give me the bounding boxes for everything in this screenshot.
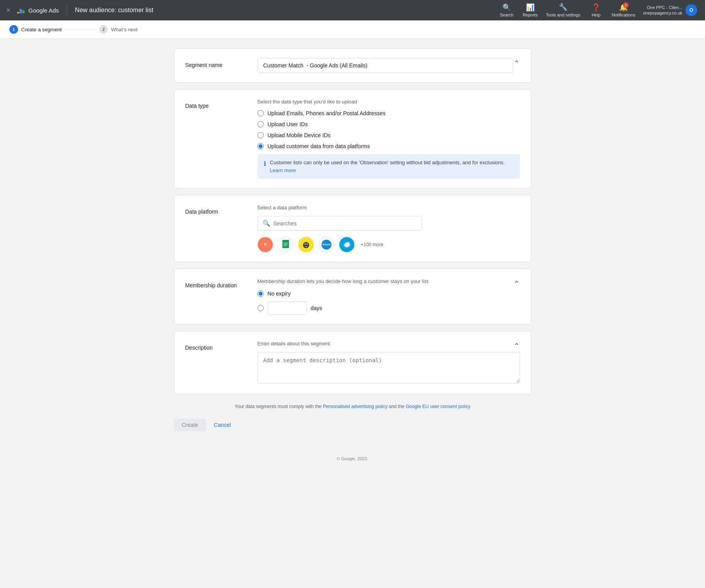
platform-sheets-button[interactable]	[278, 237, 294, 252]
app-name: Google Ads	[29, 7, 59, 14]
platform-more-badge[interactable]: +100 more	[359, 239, 385, 250]
account-text: One PPC - Clien... onepcpagency.co.uk	[643, 5, 682, 16]
help-nav-label: Help	[592, 13, 601, 17]
radio-mobile-label: Upload Mobile Device IDs	[268, 132, 331, 138]
svg-point-11	[304, 243, 305, 245]
stepper-bar: 1 Create a segment 2 What's next	[0, 20, 705, 39]
data-type-card: Data type Select the data type that you'…	[174, 89, 531, 189]
membership-duration-label: Membership duration	[185, 278, 248, 289]
radio-option-noexpiry[interactable]: No expiry	[257, 290, 513, 297]
radio-userids[interactable]	[257, 121, 264, 127]
reports-nav-button[interactable]: 📊 Reports	[519, 2, 541, 19]
reports-nav-label: Reports	[523, 13, 538, 17]
page-title: New audience: customer list	[75, 7, 153, 14]
segment-name-content: ⌃	[257, 58, 520, 73]
membership-duration-content: Membership duration lets you decide how …	[257, 278, 520, 315]
svg-rect-7	[283, 243, 288, 243]
radio-custom-days[interactable]	[257, 305, 264, 311]
svg-point-12	[306, 243, 307, 245]
description-collapse-button[interactable]: ⌃	[513, 341, 520, 351]
tools-nav-button[interactable]: 🔧 Tools and settings	[543, 1, 584, 19]
search-nav-label: Search	[500, 13, 513, 17]
segment-name-label: Segment name	[185, 58, 248, 68]
svg-rect-3	[22, 10, 24, 13]
create-button[interactable]: Create	[174, 419, 206, 431]
footer-policy-text: Your data segments must comply with the	[235, 404, 322, 409]
personalised-advertising-policy-link[interactable]: Personalised advertising policy	[323, 404, 388, 409]
description-subtitle: Enter details about this segment	[257, 341, 330, 347]
segment-name-collapse-button[interactable]: ⌃	[513, 59, 520, 68]
svg-text:Azure: Azure	[322, 243, 331, 246]
radio-mobile[interactable]	[257, 132, 264, 138]
step-2[interactable]: 2 What's next	[99, 25, 138, 34]
description-content: Enter details about this segment ⌃	[257, 341, 520, 385]
platform-mailchimp-button[interactable]	[298, 237, 314, 252]
help-nav-button[interactable]: ❓ Help	[585, 2, 607, 19]
radio-option-mobile[interactable]: Upload Mobile Device IDs	[257, 132, 520, 138]
google-footer: © Google, 2023.	[0, 450, 705, 467]
account-url: onepcpagency.co.uk	[643, 10, 682, 16]
step-1-circle: 1	[9, 25, 18, 34]
nav-actions: 🔍 Search 📊 Reports 🔧 Tools and settings …	[496, 1, 700, 19]
step-1-label: Create a segment	[21, 27, 62, 33]
platform-search-input[interactable]	[274, 220, 417, 227]
data-type-subtitle: Select the data type that you'd like to …	[257, 99, 520, 105]
days-label: days	[311, 305, 323, 311]
membership-collapse-button[interactable]: ⌃	[513, 279, 520, 289]
radio-option-emails[interactable]: Upload Emails, Phones and/or Postal Addr…	[257, 110, 520, 116]
svg-rect-1	[17, 12, 19, 14]
days-input-row: days	[257, 301, 513, 315]
notifications-nav-label: Notifications	[612, 13, 635, 17]
membership-subtitle: Membership duration lets you decide how …	[257, 278, 513, 284]
platform-azure-button[interactable]: Azure	[319, 237, 334, 252]
search-nav-button[interactable]: 🔍 Search	[496, 2, 518, 19]
close-button[interactable]: ×	[5, 5, 12, 16]
platform-subtitle: Select a data platform	[257, 205, 520, 211]
step-2-circle: 2	[99, 25, 108, 34]
days-input-field[interactable]	[268, 301, 307, 315]
svg-rect-8	[283, 244, 288, 245]
svg-rect-2	[20, 9, 22, 13]
radio-emails-label: Upload Emails, Phones and/or Postal Addr…	[268, 110, 386, 116]
account-menu-button[interactable]: One PPC - Clien... onepcpagency.co.uk O	[640, 3, 700, 18]
radio-platform[interactable]	[257, 143, 264, 149]
learn-more-link[interactable]: Learn more	[270, 167, 296, 173]
step-connector	[65, 29, 96, 30]
radio-userids-label: Upload User IDs	[268, 121, 308, 127]
footer-and-text2: and the	[389, 404, 404, 409]
top-navigation: × Google Ads New audience: customer list…	[0, 0, 705, 20]
segment-name-input[interactable]	[257, 58, 513, 73]
cancel-button[interactable]: Cancel	[212, 419, 233, 431]
radio-option-userids[interactable]: Upload User IDs	[257, 121, 520, 127]
description-textarea[interactable]	[257, 352, 520, 383]
data-type-content: Select the data type that you'd like to …	[257, 99, 520, 179]
info-icon: ℹ	[264, 159, 266, 169]
radio-option-platform[interactable]: Upload customer data from data platforms	[257, 143, 520, 149]
platform-icons-row: H	[257, 237, 520, 252]
data-platform-label: Data platform	[185, 205, 248, 215]
radio-noexpiry[interactable]	[257, 290, 264, 297]
eu-consent-policy-link[interactable]: Google EU user consent policy	[406, 404, 470, 409]
segment-name-card: Segment name ⌃	[174, 48, 531, 83]
radio-noexpiry-label: No expiry	[268, 290, 291, 297]
svg-text:H: H	[264, 242, 266, 246]
notifications-nav-button[interactable]: 🔔 1 Notifications	[609, 2, 638, 19]
data-platform-card: Data platform Select a data platform 🔍 H	[174, 195, 531, 262]
info-banner-text: Customer lists can only be used on the '…	[270, 159, 505, 174]
radio-emails[interactable]	[257, 110, 264, 116]
platform-salesforce-button[interactable]	[339, 237, 355, 252]
main-content: Segment name ⌃ Data type Select the data…	[165, 48, 541, 441]
search-nav-icon: 🔍	[502, 3, 511, 12]
svg-point-10	[303, 242, 309, 249]
notification-count-badge: 1	[623, 2, 629, 8]
platform-search-box[interactable]: 🔍	[257, 216, 422, 230]
svg-rect-6	[282, 240, 289, 248]
description-label: Description	[185, 341, 248, 351]
step-1[interactable]: 1 Create a segment	[9, 25, 62, 34]
step-2-label: What's next	[111, 27, 138, 33]
data-type-label: Data type	[185, 99, 248, 109]
account-name: One PPC - Clien...	[643, 5, 682, 10]
radio-platform-label: Upload customer data from data platforms	[268, 143, 370, 149]
platform-search-icon: 🔍	[263, 220, 270, 227]
platform-hubspot-button[interactable]: H	[257, 237, 273, 252]
